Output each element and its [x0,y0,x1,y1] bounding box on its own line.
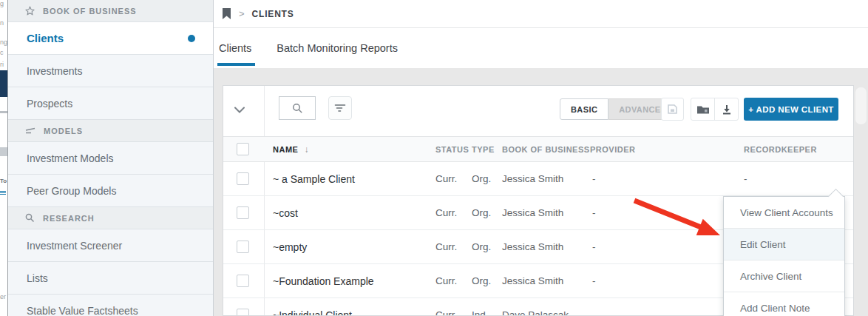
menu-item-edit-client[interactable]: Edit Client [724,229,844,260]
sidebar-section-research: RESEARCH [7,207,213,229]
sidebar: BOOK OF BUSINESSClientsInvestmentsProspe… [7,0,214,316]
filter-button[interactable] [328,96,352,120]
client-row-a-sample-client[interactable]: ~ a Sample ClientCurr.Org.Jessica Smith-… [223,162,853,196]
cell-provider: - [592,264,596,297]
cell-type: Org. [472,162,491,195]
column-header-type[interactable]: TYPE [472,137,495,161]
clients-page: gnngcriToer BOOK OF BUSINESSClientsInves… [0,0,868,316]
sidebar-section-models: MODELS [7,120,213,142]
sidebar-label: MODELS [44,127,83,135]
menu-item-archive-client[interactable]: Archive Client [724,260,844,292]
sidebar-label: Peer Group Models [27,185,116,197]
cell-name: ~cost [273,196,298,229]
cell-name: ~Foundation Example [273,264,374,297]
cell-type: Org. [472,196,491,229]
background-window-edge: gnngcriToer [0,0,8,316]
sidebar-label: Investment Screener [27,240,122,252]
basic-view-button[interactable]: BASIC [560,98,608,120]
cell-recordkeeper: - [744,162,747,195]
cell-type: Org. [472,264,491,297]
background-text-fragment: ng [0,38,7,46]
sidebar-item-investment-models[interactable]: Investment Models [7,142,213,175]
file-actions-group [691,98,739,121]
background-text-fragment: c [0,49,4,56]
collapse-chevron-icon[interactable] [234,103,245,116]
download-icon [722,104,732,115]
tab-clients[interactable]: Clients [219,28,251,68]
folder-icon [696,104,710,114]
cell-name: ~ a Sample Client [273,162,355,195]
background-text-fragment: To [0,178,7,184]
cell-type: Org. [472,230,491,263]
cell-name: ~empty [273,230,307,263]
column-header-status[interactable]: STATUS [435,137,469,161]
table-header-row: NAME ↓ STATUS TYPE BOOK OF BUSINESS PROV… [223,136,853,162]
breadcrumb: > CLIENTS [213,0,868,28]
sidebar-item-stable-value-factsheets[interactable]: Stable Value Factsheets [7,295,213,316]
save-icon [667,104,678,115]
sidebar-item-investments[interactable]: Investments [7,55,213,87]
cell-book-of-business: Jessica Smith [502,162,563,195]
sidebar-item-peer-group-models[interactable]: Peer Group Models [7,175,213,207]
column-header-recordkeeper[interactable]: RECORDKEEPER [744,137,817,161]
cell-book-of-business: Jessica Smith [502,196,563,229]
download-button[interactable] [714,98,738,120]
active-page-dot [188,35,195,42]
sidebar-label: RESEARCH [43,214,95,223]
background-text-fragment: n [0,19,4,27]
sidebar-label: BOOK OF BUSINESS [43,7,137,16]
models-icon [25,127,35,135]
select-all-checkbox[interactable] [237,143,249,155]
sidebar-label: Clients [27,32,64,44]
client-context-menu: View Client AccountsEdit ClientArchive C… [723,196,845,316]
row-checkbox[interactable] [237,241,249,253]
sort-descending-icon[interactable]: ↓ [304,144,309,155]
sidebar-item-investment-screener[interactable]: Investment Screener [7,229,213,262]
scrollbar-thumb[interactable] [855,87,867,124]
sidebar-section-book-of-business: BOOK OF BUSINESS [7,0,213,22]
background-blue-fragment [0,191,6,195]
row-checkbox[interactable] [237,172,249,185]
cell-status: Curr. [435,230,457,263]
background-text-fragment: ri [0,61,4,68]
cell-status: Curr. [435,196,457,229]
cell-provider: - [592,162,596,195]
filter-icon [334,104,346,112]
breadcrumb-current[interactable]: CLIENTS [252,9,294,19]
breadcrumb-separator: > [239,8,245,19]
add-new-client-button[interactable]: + ADD NEW CLIENT [744,98,838,121]
cell-name: ~Individual Client [273,298,352,316]
row-checkbox[interactable] [237,206,249,219]
background-gray-fragment [0,111,7,113]
background-navy-block [0,70,7,97]
menu-item-add-client-note[interactable]: Add Client Note [724,292,844,316]
sidebar-label: Stable Value Factsheets [27,305,138,316]
background-text-fragment: g [0,0,4,7]
bookmark-icon[interactable] [222,7,231,20]
tab-batch-monitoring-reports[interactable]: Batch Monitoring Reports [277,28,398,68]
cell-status: Curr. [435,264,457,297]
menu-item-view-client-accounts[interactable]: View Client Accounts [724,197,844,229]
cell-provider: - [592,196,596,229]
row-checkbox[interactable] [237,309,249,316]
column-header-provider[interactable]: PROVIDER [590,137,635,161]
folder-button[interactable] [691,98,714,120]
cell-book-of-business: Jessica Smith [502,264,563,297]
cell-book-of-business: Dave Palascak [502,298,569,316]
sidebar-label: Lists [27,272,48,284]
row-checkbox[interactable] [237,275,249,287]
sidebar-label: Investments [27,65,82,77]
save-view-button[interactable] [661,98,684,121]
column-header-book-of-business[interactable]: BOOK OF BUSINESS [502,137,590,161]
background-text-fragment: er [0,293,6,300]
cell-provider: - [592,230,596,263]
sidebar-item-prospects[interactable]: Prospects [7,87,213,120]
view-mode-toggle: BASIC ADVANCED [560,98,678,120]
sidebar-item-lists[interactable]: Lists [7,262,213,295]
sidebar-item-clients[interactable]: Clients [7,22,213,55]
search-input[interactable] [279,96,316,120]
cell-status: Curr. [435,162,457,195]
tab-bar: ClientsBatch Monitoring Reports [213,28,868,68]
column-header-name[interactable]: NAME ↓ [273,137,309,161]
cell-type: Ind. [472,298,489,316]
